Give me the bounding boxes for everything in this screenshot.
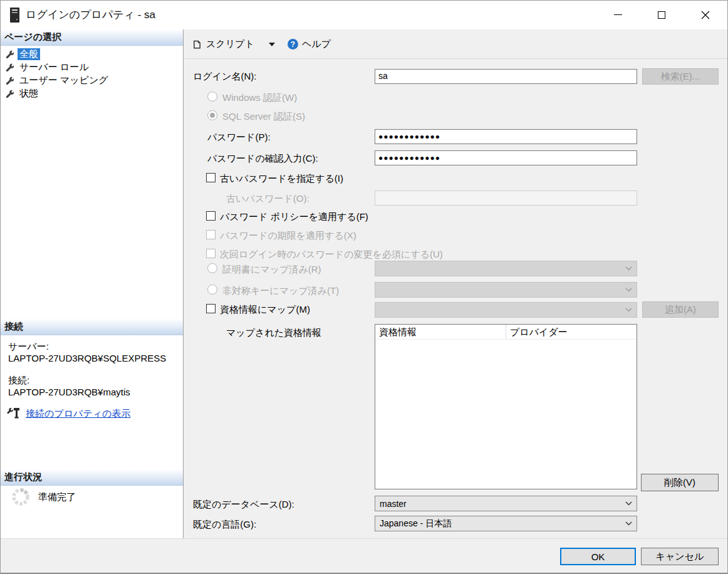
wrench-icon	[6, 63, 14, 71]
windows-auth-label: Windows 認証(W)	[222, 92, 297, 104]
sidebar-item-label: サーバー ロール	[18, 61, 91, 73]
specify-old-password-label: 古いパスワードを指定する(I)	[220, 173, 343, 185]
connection-properties-icon	[7, 407, 22, 419]
script-icon	[192, 39, 202, 50]
search-button: 検索(E)...	[642, 68, 719, 85]
minimize-button[interactable]	[596, 1, 640, 29]
specify-old-password-checkbox[interactable]	[206, 173, 216, 182]
maximize-icon	[658, 11, 665, 19]
script-label: スクリプト	[206, 38, 254, 50]
confirm-password-input[interactable]: ●●●●●●●●●●●●	[375, 150, 637, 165]
server-icon	[9, 7, 20, 23]
title-bar: ログインのプロパティ - sa	[1, 1, 727, 29]
sql-auth-radio	[207, 110, 217, 120]
help-label: ヘルプ	[302, 38, 331, 50]
connection-header: 接続	[1, 319, 183, 335]
remove-button[interactable]: 削除(V)	[641, 474, 719, 491]
map-credential-label: 資格情報にマップ(M)	[220, 304, 310, 316]
mapped-asymmetric-key-radio	[207, 284, 217, 295]
windows-auth-radio	[207, 91, 217, 102]
mapped-credentials-table[interactable]: 資格情報 プロバイダー	[375, 324, 637, 489]
main-panel: スクリプト ? ヘルプ ログイン名(N): sa 検索(E)... Window…	[184, 29, 728, 538]
default-database-label: 既定のデータベース(D):	[193, 499, 294, 511]
sidebar-item-general[interactable]: 全般	[1, 48, 183, 61]
close-button[interactable]	[684, 1, 727, 29]
combo-value: master	[380, 499, 407, 509]
radio-dot	[210, 113, 215, 118]
footer: OK キャンセル	[1, 538, 727, 574]
enforce-policy-checkbox[interactable]	[206, 211, 216, 221]
ok-button[interactable]: OK	[560, 548, 636, 565]
connection-value: LAPTOP-27UD3RQB¥maytis	[8, 387, 130, 397]
combo-value: Japanese - 日本語	[380, 518, 452, 530]
must-change-password-label: 次回ログイン時のパスワードの変更を必須にする(U)	[220, 249, 443, 261]
chevron-down-icon	[625, 521, 632, 526]
progress-header: 進行状況	[1, 469, 183, 486]
sidebar-item-server-roles[interactable]: サーバー ロール	[1, 61, 183, 74]
connection-label: 接続:	[8, 375, 29, 387]
pages-header: ページの選択	[1, 29, 183, 46]
mapped-asymmetric-key-label: 非対称キーにマップ済み(T)	[222, 285, 339, 297]
mapped-certificate-label: 証明書にマップ済み(R)	[222, 264, 321, 276]
progress-spinner-icon	[11, 487, 31, 507]
must-change-password-checkbox	[206, 249, 216, 258]
default-language-combobox[interactable]: Japanese - 日本語	[375, 516, 637, 531]
table-header-row: 資格情報 プロバイダー	[375, 325, 637, 340]
help-icon: ?	[288, 39, 298, 50]
sidebar-item-status[interactable]: 状態	[1, 87, 183, 100]
enforce-policy-label: パスワード ポリシーを適用する(F)	[220, 211, 368, 223]
sidebar-item-label: 全般	[18, 48, 40, 60]
chevron-down-icon	[625, 308, 632, 312]
chevron-down-icon	[269, 43, 275, 46]
sidebar-item-user-mapping[interactable]: ユーザー マッピング	[1, 74, 183, 87]
script-dropdown-button[interactable]	[265, 36, 279, 53]
wrench-icon	[6, 50, 14, 58]
sidebar-item-label: ユーザー マッピング	[18, 75, 110, 86]
view-connection-properties-link[interactable]: 接続のプロパティの表示	[26, 408, 130, 420]
help-button[interactable]: ? ヘルプ	[284, 36, 335, 53]
default-database-combobox[interactable]: master	[375, 496, 637, 511]
wrench-icon	[6, 76, 14, 85]
password-input[interactable]: ●●●●●●●●●●●●	[375, 129, 637, 144]
script-button[interactable]: スクリプト	[189, 36, 258, 53]
enforce-expiration-checkbox	[206, 230, 216, 239]
login-properties-dialog: ログインのプロパティ - sa ページの選択 全般 サーバー ロール ユーザー …	[0, 0, 728, 574]
wrench-icon	[6, 90, 14, 98]
old-password-label: 古いパスワード(O):	[226, 193, 309, 205]
cancel-button[interactable]: キャンセル	[641, 548, 719, 565]
sidebar-item-label: 状態	[18, 88, 40, 100]
server-label: サーバー:	[8, 341, 49, 353]
maximize-button[interactable]	[640, 1, 684, 29]
old-password-input	[375, 190, 637, 206]
chevron-down-icon	[625, 266, 632, 271]
progress-status: 準備完了	[38, 491, 76, 503]
password-label: パスワード(P):	[207, 132, 271, 144]
close-icon	[701, 11, 710, 19]
add-button: 追加(A)	[642, 301, 719, 318]
login-name-input[interactable]: sa	[375, 69, 637, 84]
sql-auth-label: SQL Server 認証(S)	[222, 111, 305, 123]
credential-column-header: 資格情報	[375, 325, 506, 339]
enforce-expiration-label: パスワードの期限を適用する(X)	[220, 230, 356, 242]
certificate-combobox	[375, 261, 637, 276]
login-name-label: ログイン名(N):	[193, 71, 256, 83]
default-language-label: 既定の言語(G):	[193, 519, 256, 531]
chevron-down-icon	[625, 288, 632, 292]
minimize-icon	[614, 14, 622, 15]
server-value: LAPTOP-27UD3RQB¥SQLEXPRESS	[8, 353, 166, 363]
asymmetric-key-combobox	[375, 282, 637, 298]
mapped-certificate-radio	[207, 263, 217, 273]
map-credential-checkbox[interactable]	[206, 304, 216, 313]
confirm-password-label: パスワードの確認入力(C):	[207, 153, 318, 165]
window-controls	[596, 1, 727, 29]
toolbar: スクリプト ? ヘルプ	[184, 29, 728, 59]
chevron-down-icon	[625, 501, 632, 506]
mapped-credentials-label: マップされた資格情報	[226, 327, 321, 339]
sidebar: ページの選択 全般 サーバー ロール ユーザー マッピング 状態 接続 サーバー…	[1, 29, 184, 538]
provider-column-header: プロバイダー	[506, 325, 637, 339]
window-title: ログインのプロパティ - sa	[26, 1, 155, 29]
credential-combobox	[375, 302, 637, 318]
